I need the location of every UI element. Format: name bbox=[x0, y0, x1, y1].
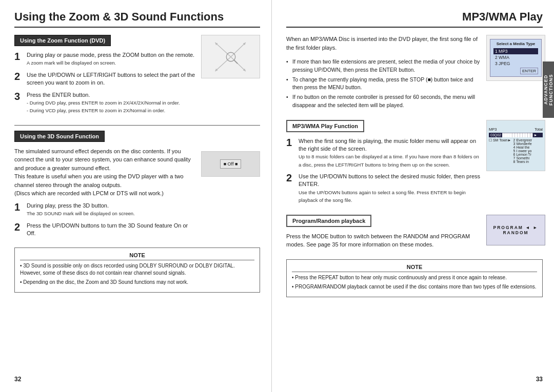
right-intro-text: When an MP3/WMA Disc is inserted into th… bbox=[286, 35, 481, 114]
media-select-box: Select a Media Type 1 MP3 2 WMA 3 JPEG E… bbox=[490, 39, 542, 77]
svg-line-1 bbox=[231, 43, 246, 57]
svg-line-2 bbox=[215, 57, 231, 71]
media-item-2: 2 WMA bbox=[493, 54, 538, 60]
zoom-step-1-content: During play or pause mode, press the ZOO… bbox=[27, 51, 196, 67]
sound-image-container: ■ Off ■ bbox=[201, 131, 260, 242]
sound-section: Using the 3D Sound Function The simulate… bbox=[14, 131, 260, 242]
mp3-sm-town: ☐ SM Town► bbox=[489, 138, 511, 163]
left-note-item-1: 3D Sound is possible only on discs recor… bbox=[20, 262, 254, 277]
program-random-display: PROGRAM ◄ ► RANDOM bbox=[487, 216, 545, 244]
right-page-number: 33 bbox=[536, 376, 543, 383]
svg-line-0 bbox=[215, 43, 231, 57]
sound-step-1-content: During play, press the 3D button. The 3D… bbox=[27, 202, 196, 218]
mp3-section-header: MP3/WMA Play Function bbox=[286, 120, 364, 132]
mp3-folder-screen: MP3Total 03Q02 ████████████ ► ☐ SM Town►… bbox=[486, 120, 545, 171]
left-note-text: 3D Sound is possible only on discs recor… bbox=[20, 262, 254, 286]
sound-body-text: The simulated surround effect depends on… bbox=[14, 147, 196, 198]
right-intro-paragraph: When an MP3/WMA Disc is inserted into th… bbox=[286, 35, 481, 52]
advanced-functions-tab: ADVANCEDFUNCTIONS bbox=[543, 61, 554, 118]
adv-functions-label: ADVANCEDFUNCTIONS bbox=[543, 74, 553, 106]
right-note-title: NOTE bbox=[292, 264, 537, 272]
sound-step-1-num: 1 bbox=[14, 202, 24, 212]
program-section-body: Press the MODE button to switch between … bbox=[286, 232, 481, 249]
zoom-step-3: 3 Press the ENTER button. - During DVD p… bbox=[14, 91, 196, 115]
svg-line-9 bbox=[234, 60, 238, 64]
right-page: MP3/WMA Play When an MP3/WMA Disc is ins… bbox=[272, 0, 554, 392]
mp3-step-1-num: 1 bbox=[286, 137, 295, 148]
mp3-step-1-content: When the first song file is playing, the… bbox=[299, 137, 481, 169]
sound-step-1: 1 During play, press the 3D button. The … bbox=[14, 202, 196, 218]
mp3-step-2: 2 Use the UP/DOWN buttons to select the … bbox=[286, 173, 481, 204]
media-select-screen: Select a Media Type 1 MP3 2 WMA 3 JPEG E… bbox=[486, 35, 545, 81]
zoom-arrows-svg bbox=[210, 39, 251, 75]
zoom-step-2: 2 Use the UP/DOWN or LEFT/RIGHT buttons … bbox=[14, 71, 196, 87]
zoom-image-container bbox=[201, 35, 260, 119]
mp3-step-1: 1 When the first song file is playing, t… bbox=[286, 137, 481, 169]
section-divider bbox=[14, 125, 260, 126]
zoom-step-2-num: 2 bbox=[14, 71, 24, 81]
right-page-title: MP3/WMA Play bbox=[286, 10, 543, 28]
zoom-step-3-content: Press the ENTER button. - During DVD pla… bbox=[27, 91, 196, 115]
mp3-section-row: MP3/WMA Play Function 1 When the first s… bbox=[286, 120, 543, 209]
program-section-row: Program/Random playback Press the MODE b… bbox=[286, 215, 543, 253]
media-select-image-container: Select a Media Type 1 MP3 2 WMA 3 JPEG E… bbox=[486, 35, 543, 81]
sound-step-2: 2 Press the UP/DOWN buttons to turn the … bbox=[14, 222, 196, 238]
right-note-item-1: Press the REPEAT button to hear only mus… bbox=[292, 274, 537, 281]
left-page: Using the Zoom & 3D Sound Functions Usin… bbox=[0, 0, 272, 392]
zoom-section-text: Using the Zoom Function (DVD) 1 During p… bbox=[14, 35, 196, 119]
intro-bullet-3: If no button on the remote controller is… bbox=[286, 93, 481, 110]
mp3-song-list: 2 Evergreer3 Wonderfe4 Heal the5 I owee … bbox=[513, 138, 532, 163]
left-note-box: NOTE 3D Sound is possible only on discs … bbox=[14, 247, 260, 293]
media-select-title: Select a Media Type bbox=[493, 42, 538, 46]
right-note-item-2: PROGRAM/RANDOM playback cannot be used i… bbox=[292, 283, 537, 291]
program-random-screen: PROGRAM ◄ ► RANDOM bbox=[486, 215, 545, 245]
mp3-step-2-content: Use the UP/DOWN buttons to select the de… bbox=[299, 173, 481, 204]
zoom-section: Using the Zoom Function (DVD) 1 During p… bbox=[14, 35, 260, 119]
media-item-3: 3 JPEG bbox=[493, 60, 538, 67]
mp3-screen-image-container: MP3Total 03Q02 ████████████ ► ☐ SM Town►… bbox=[486, 120, 543, 171]
sound-step-2-content: Press the UP/DOWN buttons to turn the 3D… bbox=[27, 222, 196, 238]
mp3-folder-selected: 03Q02 ████████████ ► bbox=[489, 133, 543, 137]
sound-header: Using the 3D Sound Function bbox=[14, 131, 105, 142]
sound-step-2-num: 2 bbox=[14, 222, 24, 232]
intro-bullet-1: If more than two file extensions are pre… bbox=[286, 58, 481, 74]
program-section-header: Program/Random playback bbox=[286, 215, 371, 227]
media-item-1: 1 MP3 bbox=[493, 48, 538, 54]
mp3-screen-header: MP3Total bbox=[489, 127, 543, 132]
zoom-step-1: 1 During play or pause mode, press the Z… bbox=[14, 51, 196, 67]
mp3-section-text: MP3/WMA Play Function 1 When the first s… bbox=[286, 120, 481, 209]
zoom-step-2-content: Use the UP/DOWN or LEFT/RIGHT buttons to… bbox=[27, 71, 196, 87]
right-intro-bullets: If more than two file extensions are pre… bbox=[286, 58, 481, 110]
right-note-box: NOTE Press the REPEAT button to hear onl… bbox=[286, 259, 543, 297]
left-page-title: Using the Zoom & 3D Sound Functions bbox=[14, 10, 260, 28]
sound-device-image: ■ Off ■ bbox=[201, 151, 260, 177]
page-container: Using the Zoom & 3D Sound Functions Usin… bbox=[0, 0, 554, 392]
right-intro-row: When an MP3/WMA Disc is inserted into th… bbox=[286, 35, 543, 114]
zoom-step-1-num: 1 bbox=[14, 51, 24, 61]
zoom-device-image bbox=[201, 35, 260, 78]
right-note-text: Press the REPEAT button to hear only mus… bbox=[292, 274, 537, 291]
mp3-step-2-num: 2 bbox=[286, 173, 295, 183]
zoom-step-3-num: 3 bbox=[14, 91, 24, 101]
zoom-header: Using the Zoom Function (DVD) bbox=[14, 35, 111, 46]
mp3-folder-list: ☐ SM Town► 2 Evergreer3 Wonderfe4 Heal t… bbox=[489, 138, 543, 163]
enter-button-display: ENTER bbox=[520, 68, 538, 74]
intro-bullet-2: To change the currently playing media, p… bbox=[286, 76, 481, 92]
left-note-item-2: Depending on the disc, the Zoom and 3D S… bbox=[20, 279, 254, 286]
svg-line-3 bbox=[231, 57, 246, 71]
left-page-number: 32 bbox=[14, 376, 21, 383]
left-note-title: NOTE bbox=[20, 252, 254, 260]
sound-indicator-display: ■ Off ■ bbox=[220, 159, 242, 169]
sound-section-text: Using the 3D Sound Function The simulate… bbox=[14, 131, 196, 242]
program-random-image-container: PROGRAM ◄ ► RANDOM bbox=[486, 215, 543, 245]
program-section-text: Program/Random playback Press the MODE b… bbox=[286, 215, 481, 253]
